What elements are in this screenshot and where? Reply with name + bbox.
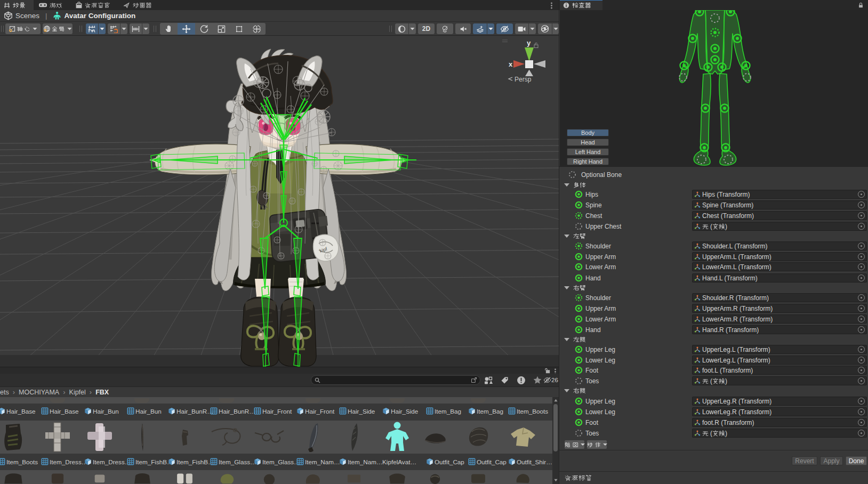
svg-text:x: x [509,60,513,68]
svg-text:y: y [527,39,531,47]
svg-text:Persp: Persp [515,76,532,83]
